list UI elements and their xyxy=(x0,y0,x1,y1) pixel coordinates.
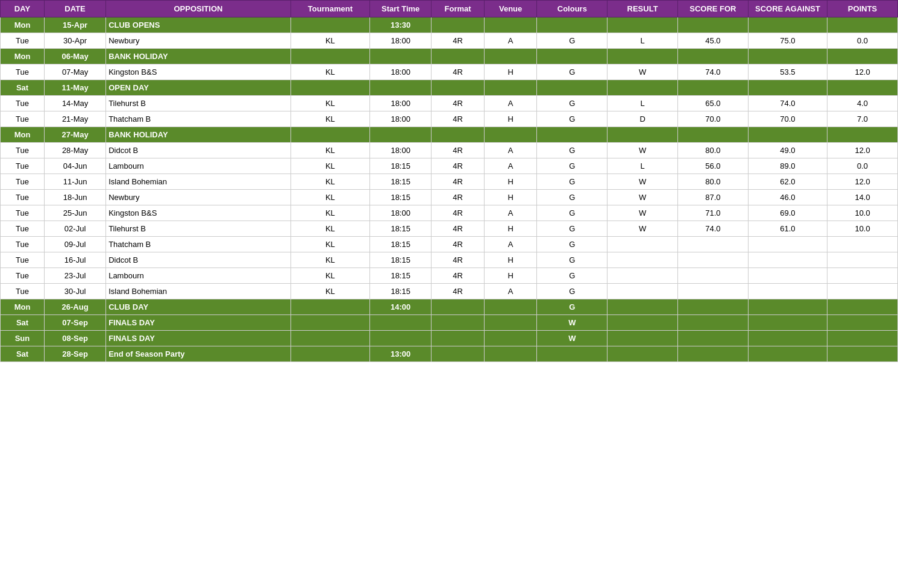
cell-points xyxy=(827,268,898,284)
cell-date: 28-May xyxy=(44,143,105,158)
cell-result: W xyxy=(608,174,678,190)
cell-venue: A xyxy=(484,205,537,221)
cell-venue xyxy=(484,299,537,315)
table-row: Tue04-JunLambournKL18:154RAGL56.089.00.0 xyxy=(1,158,898,174)
cell-format xyxy=(432,127,485,143)
cell-start: 13:00 xyxy=(370,346,432,362)
cell-result: W xyxy=(608,221,678,237)
cell-tournament: KL xyxy=(290,64,369,80)
cell-result xyxy=(608,237,678,252)
table-row: Tue16-JulDidcot BKL18:154RHG xyxy=(1,252,898,268)
cell-venue xyxy=(484,331,537,346)
cell-format: 4R xyxy=(432,111,485,127)
cell-format: 4R xyxy=(432,143,485,158)
cell-score-against xyxy=(748,284,827,299)
cell-venue: A xyxy=(484,96,537,111)
table-row: Tue14-MayTilehurst BKL18:004RAGL65.074.0… xyxy=(1,96,898,111)
cell-score-for xyxy=(677,17,748,33)
cell-tournament: KL xyxy=(290,111,369,127)
cell-opposition: Newbury xyxy=(106,33,291,49)
cell-opposition: BANK HOLIDAY xyxy=(106,127,291,143)
cell-format: 4R xyxy=(432,237,485,252)
header-result: RESULT xyxy=(608,1,678,17)
header-score-for: SCORE FOR xyxy=(677,1,748,17)
cell-format xyxy=(432,80,485,96)
cell-colours: G xyxy=(537,284,608,299)
header-day: DAY xyxy=(1,1,45,17)
cell-points xyxy=(827,331,898,346)
cell-start: 18:15 xyxy=(370,284,432,299)
cell-day: Mon xyxy=(1,49,45,64)
cell-score-for: 74.0 xyxy=(677,64,748,80)
cell-colours xyxy=(537,80,608,96)
cell-format: 4R xyxy=(432,64,485,80)
cell-score-against xyxy=(748,299,827,315)
cell-start: 18:00 xyxy=(370,205,432,221)
cell-tournament: KL xyxy=(290,237,369,252)
cell-format: 4R xyxy=(432,268,485,284)
header-row: DAY DATE OPPOSITION Tournament Start Tim… xyxy=(1,1,898,17)
cell-opposition: Kingston B&S xyxy=(106,64,291,80)
cell-result xyxy=(608,49,678,64)
header-venue: Venue xyxy=(484,1,537,17)
cell-result xyxy=(608,299,678,315)
cell-format xyxy=(432,299,485,315)
cell-points xyxy=(827,315,898,331)
cell-opposition: FINALS DAY xyxy=(106,315,291,331)
cell-day: Tue xyxy=(1,284,45,299)
cell-venue xyxy=(484,49,537,64)
table-row: Tue25-JunKingston B&SKL18:004RAGW71.069.… xyxy=(1,205,898,221)
cell-score-for xyxy=(677,284,748,299)
cell-result: L xyxy=(608,96,678,111)
cell-result xyxy=(608,331,678,346)
cell-date: 09-Jul xyxy=(44,237,105,252)
cell-score-for: 71.0 xyxy=(677,205,748,221)
cell-day: Tue xyxy=(1,64,45,80)
cell-day: Tue xyxy=(1,252,45,268)
cell-tournament xyxy=(290,299,369,315)
cell-venue: A xyxy=(484,33,537,49)
cell-venue: A xyxy=(484,237,537,252)
cell-day: Tue xyxy=(1,237,45,252)
cell-points xyxy=(827,17,898,33)
header-date: DATE xyxy=(44,1,105,17)
cell-format: 4R xyxy=(432,221,485,237)
cell-score-against: 74.0 xyxy=(748,96,827,111)
table-row: Tue28-MayDidcot BKL18:004RAGW80.049.012.… xyxy=(1,143,898,158)
header-opposition: OPPOSITION xyxy=(106,1,291,17)
header-points: POINTS xyxy=(827,1,898,17)
cell-colours xyxy=(537,346,608,362)
cell-opposition: Newbury xyxy=(106,190,291,205)
cell-score-against xyxy=(748,49,827,64)
cell-points: 12.0 xyxy=(827,64,898,80)
cell-score-for: 56.0 xyxy=(677,158,748,174)
cell-score-for xyxy=(677,49,748,64)
cell-date: 16-Jul xyxy=(44,252,105,268)
cell-colours: W xyxy=(537,315,608,331)
cell-date: 08-Sep xyxy=(44,331,105,346)
cell-day: Tue xyxy=(1,205,45,221)
cell-result: L xyxy=(608,33,678,49)
cell-result xyxy=(608,268,678,284)
table-row: Tue09-JulThatcham BKL18:154RAG xyxy=(1,237,898,252)
cell-venue: A xyxy=(484,284,537,299)
cell-tournament xyxy=(290,127,369,143)
table-row: Mon27-MayBANK HOLIDAY xyxy=(1,127,898,143)
cell-format xyxy=(432,17,485,33)
cell-opposition: BANK HOLIDAY xyxy=(106,49,291,64)
cell-points xyxy=(827,127,898,143)
table-row: Mon15-AprCLUB OPENS13:30 xyxy=(1,17,898,33)
cell-tournament xyxy=(290,346,369,362)
cell-score-against xyxy=(748,268,827,284)
cell-day: Mon xyxy=(1,17,45,33)
cell-start xyxy=(370,315,432,331)
cell-tournament xyxy=(290,315,369,331)
cell-date: 11-May xyxy=(44,80,105,96)
cell-start: 18:15 xyxy=(370,174,432,190)
cell-day: Tue xyxy=(1,143,45,158)
cell-score-against: 62.0 xyxy=(748,174,827,190)
cell-opposition: Thatcham B xyxy=(106,237,291,252)
cell-score-against xyxy=(748,237,827,252)
cell-score-for xyxy=(677,299,748,315)
table-row: Tue21-MayThatcham BKL18:004RHGD70.070.07… xyxy=(1,111,898,127)
